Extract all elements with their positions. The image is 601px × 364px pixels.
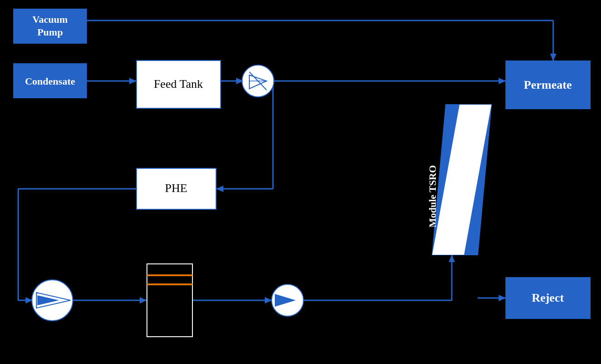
- condensate-label: Condensate: [25, 76, 75, 87]
- reject-label: Reject: [532, 291, 564, 304]
- module-tsro-label: Module TSRO: [427, 165, 438, 228]
- vacuum-pump-label2: Pump: [37, 26, 63, 38]
- feed-tank-label: Feed Tank: [154, 77, 203, 91]
- permeate-label: Permeate: [524, 78, 571, 91]
- vacuum-pump-label: Vacuum: [32, 14, 67, 25]
- phe-label: PHE: [165, 182, 187, 195]
